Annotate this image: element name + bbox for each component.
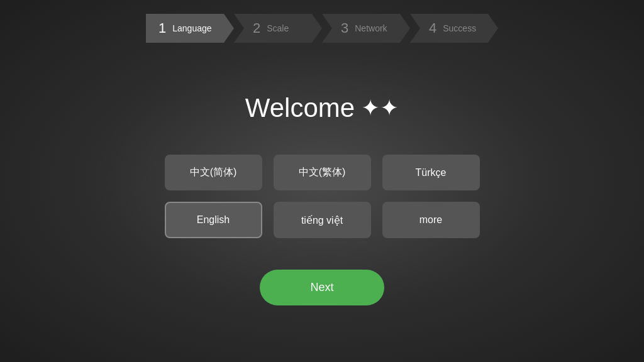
step-scale[interactable]: 2 Scale [234,14,322,43]
language-grid: 中文(简体) 中文(繁体) Türkçe English tiếng việt … [165,155,480,238]
step-label-success: Success [443,23,476,33]
welcome-text: Welcome [245,93,355,123]
lang-btn-english[interactable]: English [165,202,262,238]
sparkle-icon: ✦✦ [361,95,399,121]
step-number-4: 4 [429,20,436,36]
next-button[interactable]: Next [260,270,384,305]
step-network[interactable]: 3 Network [322,14,410,43]
lang-btn-more[interactable]: more [382,202,480,238]
lang-btn-zh-traditional[interactable]: 中文(繁体) [274,155,371,190]
step-label-language: Language [172,23,211,33]
welcome-section: Welcome ✦✦ [245,93,399,123]
lang-btn-zh-simplified[interactable]: 中文(简体) [165,155,262,190]
step-number-1: 1 [158,20,166,36]
step-success[interactable]: 4 Success [410,14,498,43]
step-label-network: Network [355,23,387,33]
lang-btn-turkce[interactable]: Türkçe [382,155,480,190]
step-number-2: 2 [253,20,260,36]
welcome-title: Welcome ✦✦ [245,93,399,123]
lang-btn-tieng-viet[interactable]: tiếng việt [274,202,371,238]
step-number-3: 3 [341,20,348,36]
step-language[interactable]: 1 Language [146,14,234,43]
step-label-scale: Scale [267,23,289,33]
stepper: 1 Language 2 Scale 3 Network 4 Success [146,14,498,43]
